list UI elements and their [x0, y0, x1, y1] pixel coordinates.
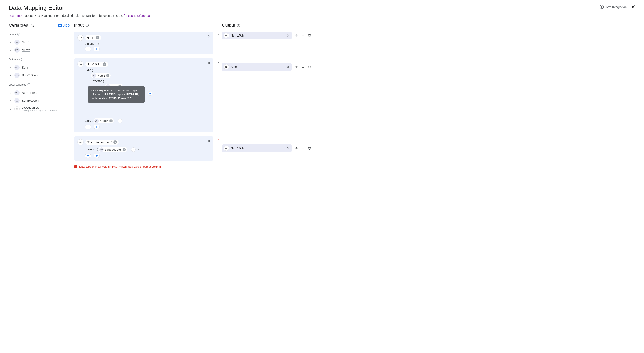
output-variable-pill[interactable]: INT Sum ✕: [222, 63, 292, 71]
move-up-button[interactable]: [295, 65, 298, 69]
variable-name: Sum: [22, 66, 28, 69]
move-down-button[interactable]: [301, 65, 305, 69]
type-badge: INT: [14, 90, 20, 95]
type-badge: INT: [224, 146, 229, 151]
value-pill[interactable]: INT "300" ✕: [94, 118, 114, 124]
variable-row[interactable]: › INT Sum: [9, 64, 70, 72]
remove-input-button[interactable]: ✕: [208, 61, 211, 66]
clear-output-button[interactable]: ✕: [287, 65, 290, 69]
variable-pill[interactable]: {J} SampleJson ✕: [98, 147, 127, 152]
remove-pill-button[interactable]: ✕: [96, 36, 100, 40]
variable-row[interactable]: › INT Num1ToInt: [9, 89, 70, 97]
search-button[interactable]: [30, 24, 34, 28]
add-variable-button[interactable]: ADD: [58, 24, 70, 27]
output-variable-pill[interactable]: INT Num1ToInt ✕: [222, 144, 292, 152]
remove-pill-button[interactable]: ✕: [123, 148, 126, 151]
inputs-section-label: Inputs ?: [9, 33, 70, 36]
more-options-button[interactable]: [314, 65, 318, 69]
delete-row-button[interactable]: [308, 147, 311, 150]
function-name[interactable]: .DIVIDE: [91, 80, 102, 83]
type-badge: D: [14, 40, 20, 45]
remove-function-button[interactable]: −: [85, 154, 91, 158]
svg-point-25: [316, 149, 316, 150]
svg-point-22: [316, 68, 316, 68]
close-button[interactable]: ✕: [631, 4, 635, 10]
output-variable-pill[interactable]: INT Num1ToInt ✕: [222, 32, 292, 40]
remove-pill-button[interactable]: ✕: [110, 119, 112, 122]
variable-pill[interactable]: Num1 ✕: [85, 35, 101, 40]
learn-more-link[interactable]: Learn more: [9, 14, 24, 18]
svg-point-16: [238, 24, 238, 25]
svg-point-19: [316, 36, 316, 37]
function-name[interactable]: .CONCAT: [85, 148, 96, 151]
move-down-button[interactable]: [301, 34, 305, 37]
remove-input-button[interactable]: ✕: [208, 139, 211, 144]
help-text: Learn more about Data Mapping. For a det…: [9, 14, 635, 18]
svg-point-24: [316, 148, 316, 149]
test-integration-button[interactable]: Test Integration: [600, 5, 626, 9]
clear-output-button[interactable]: ✕: [287, 146, 290, 150]
remove-pill-button[interactable]: ✕: [103, 63, 106, 66]
functions-reference-link[interactable]: functions reference: [124, 14, 150, 18]
svg-point-13: [87, 24, 87, 25]
variable-row[interactable]: › INT Num2: [9, 46, 70, 54]
type-badge: INT: [224, 33, 229, 38]
type-badge: INT: [14, 48, 20, 53]
variable-row[interactable]: › D Num1: [9, 38, 70, 46]
add-argument-button[interactable]: +: [148, 91, 152, 96]
plus-box-icon: [58, 24, 62, 27]
error-banner: ! Data type of input column must match d…: [74, 165, 213, 168]
chevron-right-icon: ›: [9, 107, 12, 111]
move-up-button[interactable]: [295, 147, 298, 150]
remove-input-button[interactable]: ✕: [208, 34, 211, 39]
delete-row-button[interactable]: [308, 65, 311, 69]
remove-pill-button[interactable]: ✕: [106, 74, 109, 77]
clear-output-button[interactable]: ✕: [287, 34, 290, 38]
chevron-right-icon: ›: [9, 41, 12, 44]
variable-row[interactable]: › {J} SampleJson: [9, 97, 70, 105]
value-pill[interactable]: "The total sum is: " ✕: [85, 140, 118, 145]
add-function-button[interactable]: +: [94, 47, 100, 51]
svg-point-2: [31, 24, 33, 26]
move-down-button[interactable]: [301, 147, 305, 150]
remove-function-button[interactable]: −: [85, 47, 91, 51]
add-function-button[interactable]: +: [94, 125, 100, 129]
info-icon[interactable]: [237, 24, 240, 27]
add-function-button[interactable]: +: [94, 154, 100, 158]
help-icon[interactable]: ?: [19, 58, 22, 61]
info-icon[interactable]: [85, 24, 89, 27]
type-badge: [S]: [14, 106, 20, 112]
play-circle-icon: [600, 5, 604, 9]
variable-row[interactable]: › STR SumToString: [9, 72, 70, 79]
type-badge: INT: [224, 64, 229, 70]
svg-line-3: [33, 26, 34, 27]
more-options-button[interactable]: [314, 34, 318, 37]
type-badge: STR: [78, 139, 84, 145]
error-tooltip: Invalid expression because of data type …: [88, 87, 144, 103]
variable-row[interactable]: › [S] executionIds Auto-generated by Cal…: [9, 105, 70, 113]
variable-pill[interactable]: INT Num2 ✕: [91, 73, 110, 78]
remove-function-button[interactable]: −: [85, 125, 91, 129]
arrow-right-icon: →: [215, 32, 220, 38]
add-argument-button[interactable]: +: [131, 147, 136, 152]
help-icon[interactable]: ?: [17, 33, 20, 36]
function-name[interactable]: .ROUND( ): [85, 43, 99, 46]
svg-text:?: ?: [28, 84, 30, 86]
add-argument-button[interactable]: +: [118, 119, 122, 123]
move-up-button[interactable]: [295, 34, 298, 37]
svg-point-21: [316, 67, 316, 67]
remove-pill-button[interactable]: ✕: [114, 140, 117, 144]
variable-name: SampleJson: [22, 99, 38, 102]
delete-row-button[interactable]: [308, 34, 311, 37]
type-badge: INT: [78, 35, 84, 41]
help-icon[interactable]: ?: [28, 83, 30, 86]
svg-point-23: [316, 147, 316, 148]
variable-name: executionIds: [22, 106, 58, 109]
svg-point-18: [316, 35, 316, 36]
function-name[interactable]: .ADD: [85, 119, 91, 122]
input-mapping-block: ✕ STR "The total sum is: " ✕ .CONCAT ( {…: [74, 136, 213, 161]
variable-pill[interactable]: Num1ToInt ✕: [85, 62, 108, 67]
more-options-button[interactable]: [314, 147, 318, 150]
input-mapping-block: ✕ INT Num1 ✕ .ROUND( ) − +: [74, 32, 213, 54]
function-name[interactable]: .ADD: [85, 69, 91, 72]
